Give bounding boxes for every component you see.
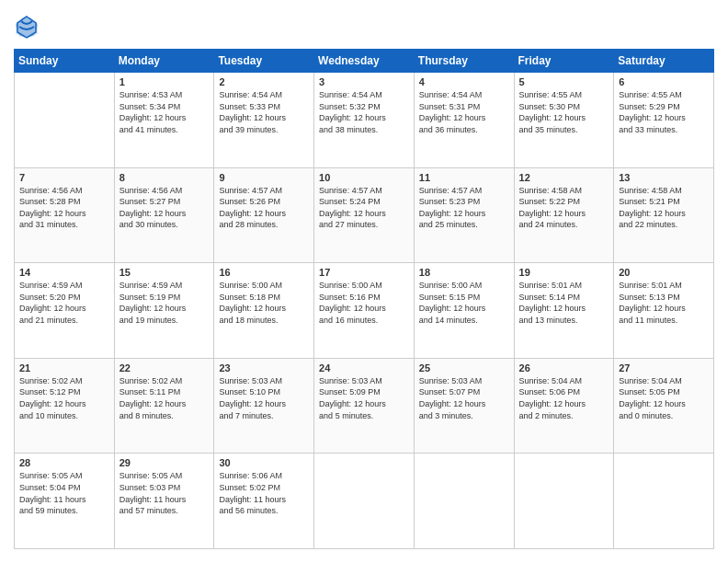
day-number: 1	[119, 76, 210, 87]
calendar-week-3: 14Sunrise: 4:59 AM Sunset: 5:20 PM Dayli…	[15, 263, 714, 359]
day-number: 30	[219, 457, 309, 468]
day-info: Sunrise: 4:57 AM Sunset: 5:23 PM Dayligh…	[419, 185, 509, 231]
col-header-thursday: Thursday	[414, 50, 514, 73]
day-info: Sunrise: 4:57 AM Sunset: 5:24 PM Dayligh…	[319, 185, 409, 231]
calendar-cell: 1Sunrise: 4:53 AM Sunset: 5:34 PM Daylig…	[114, 73, 214, 168]
day-info: Sunrise: 5:02 AM Sunset: 5:11 PM Dayligh…	[119, 375, 210, 421]
calendar-cell: 8Sunrise: 4:56 AM Sunset: 5:27 PM Daylig…	[114, 167, 214, 263]
day-info: Sunrise: 4:59 AM Sunset: 5:19 PM Dayligh…	[119, 280, 210, 326]
calendar-cell: 28Sunrise: 5:05 AM Sunset: 5:04 PM Dayli…	[15, 454, 115, 549]
day-info: Sunrise: 5:03 AM Sunset: 5:09 PM Dayligh…	[319, 375, 409, 421]
day-number: 24	[319, 362, 409, 373]
calendar-cell: 17Sunrise: 5:00 AM Sunset: 5:16 PM Dayli…	[314, 263, 415, 359]
calendar-cell: 25Sunrise: 5:03 AM Sunset: 5:07 PM Dayli…	[414, 358, 514, 454]
day-info: Sunrise: 4:54 AM Sunset: 5:33 PM Dayligh…	[219, 89, 309, 135]
day-number: 6	[619, 76, 709, 87]
calendar-cell: 13Sunrise: 4:58 AM Sunset: 5:21 PM Dayli…	[614, 167, 714, 263]
col-header-sunday: Sunday	[15, 50, 115, 73]
page: SundayMondayTuesdayWednesdayThursdayFrid…	[0, 0, 728, 563]
calendar-cell: 26Sunrise: 5:04 AM Sunset: 5:06 PM Dayli…	[514, 358, 614, 454]
day-number: 22	[119, 362, 210, 373]
day-number: 25	[419, 362, 509, 373]
day-number: 7	[19, 172, 109, 183]
calendar-cell: 19Sunrise: 5:01 AM Sunset: 5:14 PM Dayli…	[514, 263, 614, 359]
calendar-cell: 15Sunrise: 4:59 AM Sunset: 5:19 PM Dayli…	[114, 263, 214, 359]
calendar-cell: 9Sunrise: 4:57 AM Sunset: 5:26 PM Daylig…	[214, 167, 314, 263]
day-info: Sunrise: 5:01 AM Sunset: 5:14 PM Dayligh…	[519, 280, 609, 326]
calendar-cell: 23Sunrise: 5:03 AM Sunset: 5:10 PM Dayli…	[214, 358, 314, 454]
day-info: Sunrise: 5:03 AM Sunset: 5:07 PM Dayligh…	[419, 375, 509, 421]
day-number: 19	[519, 267, 609, 278]
calendar-week-2: 7Sunrise: 4:56 AM Sunset: 5:28 PM Daylig…	[15, 167, 714, 263]
calendar-cell: 5Sunrise: 4:55 AM Sunset: 5:30 PM Daylig…	[514, 73, 614, 168]
day-number: 4	[419, 76, 509, 87]
calendar-week-5: 28Sunrise: 5:05 AM Sunset: 5:04 PM Dayli…	[15, 454, 714, 549]
day-number: 5	[519, 76, 609, 87]
day-info: Sunrise: 5:05 AM Sunset: 5:04 PM Dayligh…	[19, 470, 109, 516]
day-number: 28	[19, 457, 109, 468]
col-header-tuesday: Tuesday	[214, 50, 314, 73]
calendar-cell: 16Sunrise: 5:00 AM Sunset: 5:18 PM Dayli…	[214, 263, 314, 359]
calendar-week-4: 21Sunrise: 5:02 AM Sunset: 5:12 PM Dayli…	[15, 358, 714, 454]
day-number: 11	[419, 172, 509, 183]
logo	[14, 14, 43, 40]
calendar-cell: 24Sunrise: 5:03 AM Sunset: 5:09 PM Dayli…	[314, 358, 415, 454]
calendar-cell: 12Sunrise: 4:58 AM Sunset: 5:22 PM Dayli…	[514, 167, 614, 263]
calendar-header-row: SundayMondayTuesdayWednesdayThursdayFrid…	[15, 50, 714, 73]
calendar-cell	[414, 454, 514, 549]
calendar-cell	[15, 73, 115, 168]
day-info: Sunrise: 5:03 AM Sunset: 5:10 PM Dayligh…	[219, 375, 309, 421]
calendar-cell: 11Sunrise: 4:57 AM Sunset: 5:23 PM Dayli…	[414, 167, 514, 263]
day-info: Sunrise: 4:56 AM Sunset: 5:28 PM Dayligh…	[19, 185, 109, 231]
logo-icon	[14, 14, 40, 40]
calendar-cell: 4Sunrise: 4:54 AM Sunset: 5:31 PM Daylig…	[414, 73, 514, 168]
calendar-week-1: 1Sunrise: 4:53 AM Sunset: 5:34 PM Daylig…	[15, 73, 714, 168]
day-number: 15	[119, 267, 210, 278]
day-info: Sunrise: 5:04 AM Sunset: 5:06 PM Dayligh…	[519, 375, 609, 421]
day-info: Sunrise: 5:04 AM Sunset: 5:05 PM Dayligh…	[619, 375, 709, 421]
day-number: 3	[319, 76, 409, 87]
day-number: 9	[219, 172, 309, 183]
day-number: 26	[519, 362, 609, 373]
calendar-cell: 10Sunrise: 4:57 AM Sunset: 5:24 PM Dayli…	[314, 167, 415, 263]
day-number: 8	[119, 172, 210, 183]
svg-marker-1	[16, 17, 38, 38]
calendar-cell: 6Sunrise: 4:55 AM Sunset: 5:29 PM Daylig…	[614, 73, 714, 168]
day-number: 27	[619, 362, 709, 373]
day-info: Sunrise: 4:58 AM Sunset: 5:22 PM Dayligh…	[519, 185, 609, 231]
day-number: 13	[619, 172, 709, 183]
col-header-friday: Friday	[514, 50, 614, 73]
day-info: Sunrise: 5:00 AM Sunset: 5:16 PM Dayligh…	[319, 280, 409, 326]
day-info: Sunrise: 5:01 AM Sunset: 5:13 PM Dayligh…	[619, 280, 709, 326]
calendar-cell	[614, 454, 714, 549]
calendar-cell: 20Sunrise: 5:01 AM Sunset: 5:13 PM Dayli…	[614, 263, 714, 359]
day-info: Sunrise: 4:55 AM Sunset: 5:29 PM Dayligh…	[619, 89, 709, 135]
calendar-cell	[314, 454, 415, 549]
day-number: 29	[119, 457, 210, 468]
day-info: Sunrise: 4:55 AM Sunset: 5:30 PM Dayligh…	[519, 89, 609, 135]
day-info: Sunrise: 4:56 AM Sunset: 5:27 PM Dayligh…	[119, 185, 210, 231]
day-number: 17	[319, 267, 409, 278]
day-info: Sunrise: 5:00 AM Sunset: 5:18 PM Dayligh…	[219, 280, 309, 326]
day-number: 21	[19, 362, 109, 373]
day-number: 2	[219, 76, 309, 87]
day-info: Sunrise: 5:02 AM Sunset: 5:12 PM Dayligh…	[19, 375, 109, 421]
calendar-cell: 18Sunrise: 5:00 AM Sunset: 5:15 PM Dayli…	[414, 263, 514, 359]
calendar-cell: 7Sunrise: 4:56 AM Sunset: 5:28 PM Daylig…	[15, 167, 115, 263]
day-info: Sunrise: 4:58 AM Sunset: 5:21 PM Dayligh…	[619, 185, 709, 231]
header	[14, 14, 714, 40]
day-info: Sunrise: 4:59 AM Sunset: 5:20 PM Dayligh…	[19, 280, 109, 326]
day-info: Sunrise: 4:54 AM Sunset: 5:32 PM Dayligh…	[319, 89, 409, 135]
day-number: 23	[219, 362, 309, 373]
day-number: 12	[519, 172, 609, 183]
calendar-table: SundayMondayTuesdayWednesdayThursdayFrid…	[14, 49, 714, 549]
col-header-monday: Monday	[114, 50, 214, 73]
day-info: Sunrise: 4:54 AM Sunset: 5:31 PM Dayligh…	[419, 89, 509, 135]
day-number: 16	[219, 267, 309, 278]
col-header-saturday: Saturday	[614, 50, 714, 73]
day-info: Sunrise: 5:00 AM Sunset: 5:15 PM Dayligh…	[419, 280, 509, 326]
calendar-cell: 2Sunrise: 4:54 AM Sunset: 5:33 PM Daylig…	[214, 73, 314, 168]
day-number: 20	[619, 267, 709, 278]
day-info: Sunrise: 4:57 AM Sunset: 5:26 PM Dayligh…	[219, 185, 309, 231]
day-info: Sunrise: 5:05 AM Sunset: 5:03 PM Dayligh…	[119, 470, 210, 516]
